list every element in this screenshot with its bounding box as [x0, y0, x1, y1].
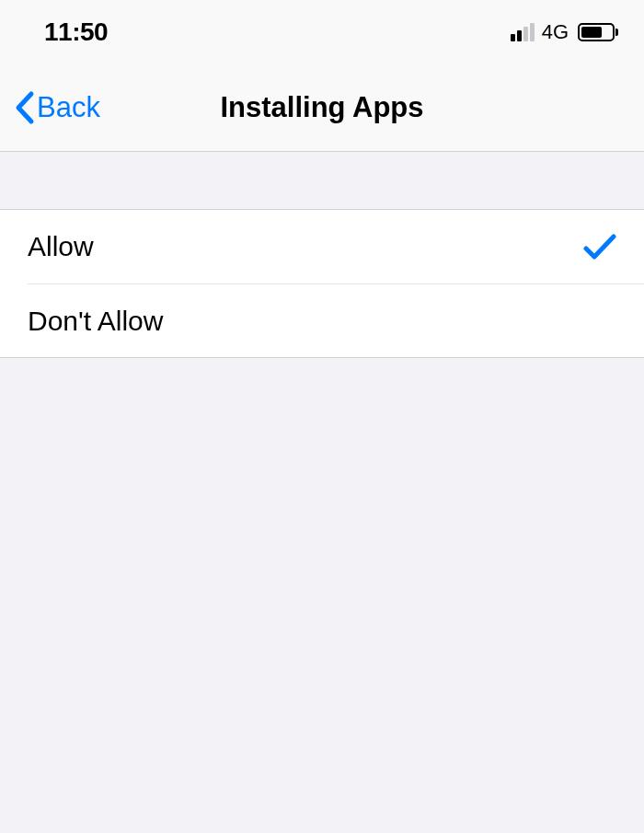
chevron-left-icon — [13, 90, 35, 125]
back-button[interactable]: Back — [13, 90, 100, 125]
battery-icon — [578, 23, 618, 41]
options-list: Allow Don't Allow — [0, 209, 644, 358]
option-label: Don't Allow — [28, 306, 163, 337]
page-title: Installing Apps — [220, 91, 423, 124]
option-label: Allow — [28, 231, 94, 262]
option-allow[interactable]: Allow — [0, 210, 644, 283]
back-label: Back — [37, 91, 100, 124]
network-type: 4G — [542, 20, 569, 44]
option-dont-allow[interactable]: Don't Allow — [28, 283, 644, 357]
status-time: 11:50 — [44, 17, 108, 47]
nav-bar: Back Installing Apps — [0, 64, 644, 152]
status-right: 4G — [511, 20, 618, 44]
status-bar: 11:50 4G — [0, 0, 644, 64]
checkmark-icon — [583, 232, 616, 261]
cell-signal-icon — [511, 23, 535, 41]
